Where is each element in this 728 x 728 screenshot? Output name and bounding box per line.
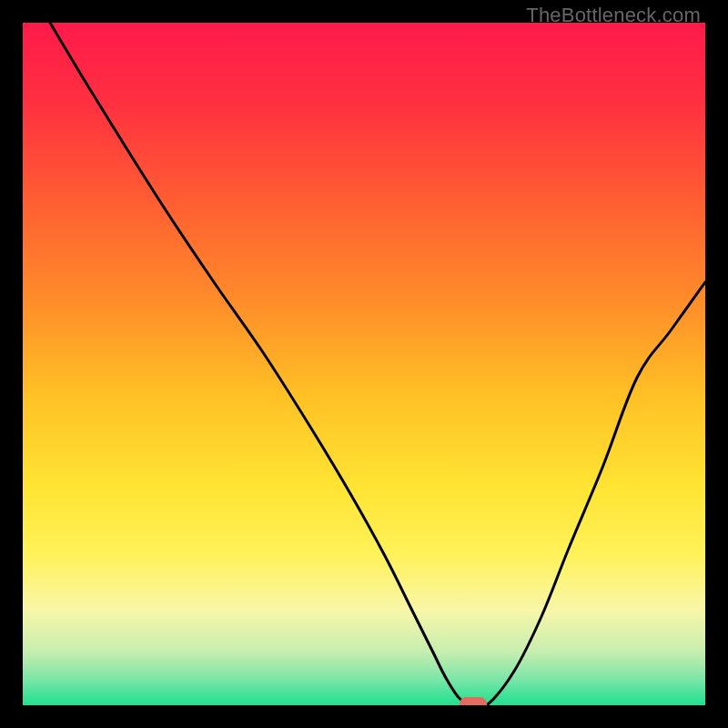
chart-frame: TheBottleneck.com <box>0 0 728 728</box>
bottleneck-curve <box>23 23 705 705</box>
plot-area <box>23 23 705 705</box>
optimal-point-marker <box>460 697 487 706</box>
